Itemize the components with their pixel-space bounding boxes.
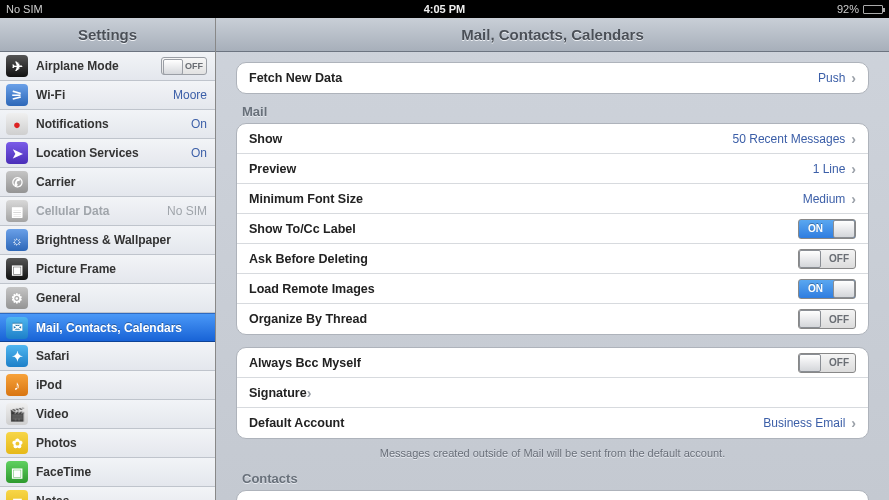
- row-show[interactable]: Show50 Recent Messages›: [237, 124, 868, 154]
- row-sort-order[interactable]: Sort OrderLast, First›: [237, 491, 868, 500]
- row-label: Ask Before Deleting: [249, 252, 368, 266]
- group-header: Contacts: [236, 461, 869, 490]
- chevron-right-icon: ›: [307, 385, 312, 401]
- sidebar-item-facetime[interactable]: ▣FaceTime: [0, 458, 215, 487]
- safari-icon: ✦: [6, 345, 28, 367]
- sidebar-item-cellular-data: ▤Cellular DataNo SIM: [0, 197, 215, 226]
- chevron-right-icon: ›: [851, 131, 856, 147]
- notes-icon: ≣: [6, 490, 28, 500]
- sidebar-item-airplane-mode[interactable]: ✈Airplane ModeOFF: [0, 52, 215, 81]
- status-bar: No SIM 4:05 PM 92%: [0, 0, 889, 18]
- row-label: Always Bcc Myself: [249, 356, 361, 370]
- chevron-right-icon: ›: [851, 161, 856, 177]
- sidebar-item-label: Notes: [36, 494, 69, 500]
- sidebar-list[interactable]: ✈Airplane ModeOFF⚞Wi-FiMoore●Notificatio…: [0, 52, 215, 500]
- app: Settings ✈Airplane ModeOFF⚞Wi-FiMoore●No…: [0, 18, 889, 500]
- settings-group: Always Bcc MyselfOFFSignature›Default Ac…: [236, 347, 869, 439]
- toggle-always-bcc-myself[interactable]: OFF: [798, 353, 856, 373]
- picture-frame-icon: ▣: [6, 258, 28, 280]
- row-value: 1 Line: [813, 162, 846, 176]
- row-label: Organize By Thread: [249, 312, 367, 326]
- general-icon: ⚙: [6, 287, 28, 309]
- row-ask-before-deleting[interactable]: Ask Before DeletingOFF: [237, 244, 868, 274]
- row-value: 50 Recent Messages: [733, 132, 846, 146]
- row-label: Signature: [249, 386, 307, 400]
- group-footer-note: Messages created outside of Mail will be…: [236, 439, 869, 461]
- facetime-icon: ▣: [6, 461, 28, 483]
- sidebar-item-label: Airplane Mode: [36, 59, 119, 73]
- sidebar-item-brightness-wallpaper[interactable]: ☼Brightness & Wallpaper: [0, 226, 215, 255]
- sidebar-item-label: Video: [36, 407, 68, 421]
- row-value: Push: [818, 71, 845, 85]
- detail-pane: Mail, Contacts, Calendars Fetch New Data…: [216, 18, 889, 500]
- detail-body[interactable]: Fetch New DataPush›MailShow50 Recent Mes…: [216, 52, 889, 500]
- row-label: Load Remote Images: [249, 282, 375, 296]
- row-preview[interactable]: Preview1 Line›: [237, 154, 868, 184]
- sidebar-item-label: Wi-Fi: [36, 88, 65, 102]
- sidebar-item-label: General: [36, 291, 81, 305]
- sidebar-item-value: On: [191, 146, 207, 160]
- sidebar: Settings ✈Airplane ModeOFF⚞Wi-FiMoore●No…: [0, 18, 216, 500]
- sidebar-item-carrier[interactable]: ✆Carrier: [0, 168, 215, 197]
- sidebar-item-label: iPod: [36, 378, 62, 392]
- sidebar-item-label: Picture Frame: [36, 262, 116, 276]
- sidebar-item-location-services[interactable]: ➤Location ServicesOn: [0, 139, 215, 168]
- row-label: Default Account: [249, 416, 344, 430]
- settings-group: Sort OrderLast, First›Display OrderFirst…: [236, 490, 869, 500]
- sidebar-item-notes[interactable]: ≣Notes: [0, 487, 215, 500]
- row-label: Show To/Cc Label: [249, 222, 356, 236]
- sidebar-item-general[interactable]: ⚙General: [0, 284, 215, 313]
- sidebar-item-safari[interactable]: ✦Safari: [0, 342, 215, 371]
- sidebar-item-label: Safari: [36, 349, 69, 363]
- airplane-mode-toggle[interactable]: OFF: [161, 57, 207, 75]
- detail-title: Mail, Contacts, Calendars: [216, 18, 889, 52]
- airplane-icon: ✈: [6, 55, 28, 77]
- row-signature[interactable]: Signature›: [237, 378, 868, 408]
- toggle-organize-by-thread[interactable]: OFF: [798, 309, 856, 329]
- toggle-ask-before-deleting[interactable]: OFF: [798, 249, 856, 269]
- sidebar-item-value: Moore: [173, 88, 207, 102]
- row-label: Minimum Font Size: [249, 192, 363, 206]
- device-frame: No SIM 4:05 PM 92% Settings ✈Airplane Mo…: [0, 0, 889, 500]
- sidebar-item-label: Mail, Contacts, Calendars: [36, 321, 182, 335]
- row-value: Medium: [803, 192, 846, 206]
- sidebar-item-mail-contacts-calendars[interactable]: ✉Mail, Contacts, Calendars: [0, 313, 215, 342]
- carrier-icon: ✆: [6, 171, 28, 193]
- row-default-account[interactable]: Default AccountBusiness Email›: [237, 408, 868, 438]
- sidebar-item-label: Photos: [36, 436, 77, 450]
- toggle-load-remote-images[interactable]: ON: [798, 279, 856, 299]
- sidebar-item-photos[interactable]: ✿Photos: [0, 429, 215, 458]
- row-label: Preview: [249, 162, 296, 176]
- toggle-show-to-cc-label[interactable]: ON: [798, 219, 856, 239]
- row-organize-by-thread[interactable]: Organize By ThreadOFF: [237, 304, 868, 334]
- sidebar-item-label: Notifications: [36, 117, 109, 131]
- row-always-bcc-myself[interactable]: Always Bcc MyselfOFF: [237, 348, 868, 378]
- status-time: 4:05 PM: [298, 3, 590, 15]
- sidebar-item-label: Brightness & Wallpaper: [36, 233, 171, 247]
- row-fetch-new-data[interactable]: Fetch New DataPush›: [237, 63, 868, 93]
- status-sim: No SIM: [6, 3, 298, 15]
- chevron-right-icon: ›: [851, 70, 856, 86]
- brightness-icon: ☼: [6, 229, 28, 251]
- sidebar-item-label: FaceTime: [36, 465, 91, 479]
- row-label: Show: [249, 132, 282, 146]
- sidebar-item-ipod[interactable]: ♪iPod: [0, 371, 215, 400]
- ipod-icon: ♪: [6, 374, 28, 396]
- sidebar-item-video[interactable]: 🎬Video: [0, 400, 215, 429]
- mail-icon: ✉: [6, 317, 28, 339]
- row-load-remote-images[interactable]: Load Remote ImagesON: [237, 274, 868, 304]
- sidebar-item-notifications[interactable]: ●NotificationsOn: [0, 110, 215, 139]
- notifications-icon: ●: [6, 113, 28, 135]
- video-icon: 🎬: [6, 403, 28, 425]
- sidebar-item-value: On: [191, 117, 207, 131]
- sidebar-item-wi-fi[interactable]: ⚞Wi-FiMoore: [0, 81, 215, 110]
- row-show-to-cc-label[interactable]: Show To/Cc LabelON: [237, 214, 868, 244]
- settings-group: Fetch New DataPush›: [236, 62, 869, 94]
- status-battery-pct: 92%: [837, 3, 859, 15]
- sidebar-item-picture-frame[interactable]: ▣Picture Frame: [0, 255, 215, 284]
- row-value: Business Email: [763, 416, 845, 430]
- sidebar-item-label: Location Services: [36, 146, 139, 160]
- sidebar-item-label: Carrier: [36, 175, 75, 189]
- row-minimum-font-size[interactable]: Minimum Font SizeMedium›: [237, 184, 868, 214]
- photos-icon: ✿: [6, 432, 28, 454]
